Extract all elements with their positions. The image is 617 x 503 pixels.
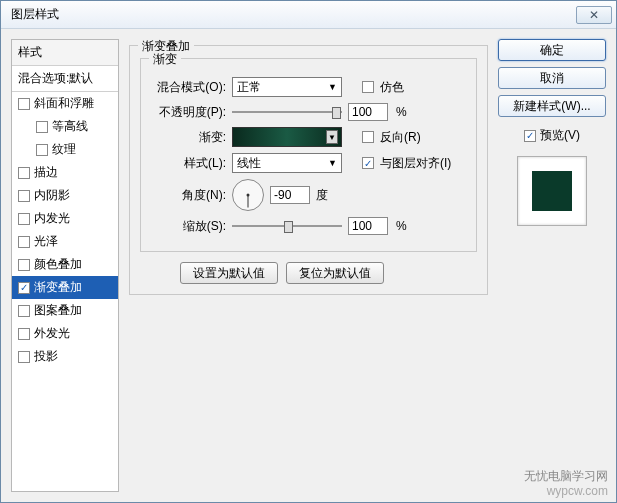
preview-row: ✓ 预览(V)	[498, 127, 606, 144]
align-checkbox[interactable]: ✓	[362, 157, 374, 169]
dither-checkbox[interactable]	[362, 81, 374, 93]
chevron-down-icon: ▼	[328, 158, 337, 168]
style-item[interactable]: 外发光	[12, 322, 118, 345]
style-item-label: 纹理	[52, 141, 76, 158]
cancel-button[interactable]: 取消	[498, 67, 606, 89]
dialog-body: 样式 混合选项:默认 斜面和浮雕等高线纹理描边内阴影内发光光泽颜色叠加✓渐变叠加…	[1, 29, 616, 502]
watermark: 无忧电脑学习网 wypcw.com	[524, 469, 608, 498]
preview-box	[517, 156, 587, 226]
dial-pointer	[248, 196, 249, 208]
style-item[interactable]: 投影	[12, 345, 118, 368]
chevron-down-icon: ▼	[328, 82, 337, 92]
dialog-title: 图层样式	[11, 6, 59, 23]
style-checkbox[interactable]	[18, 98, 30, 110]
blend-mode-label: 混合模式(O):	[151, 79, 226, 96]
style-item[interactable]: 描边	[12, 161, 118, 184]
default-buttons-row: 设置为默认值 复位为默认值	[180, 262, 477, 284]
close-icon: ✕	[589, 8, 599, 22]
style-item-label: 内发光	[34, 210, 70, 227]
preview-label: 预览(V)	[540, 127, 580, 144]
style-label: 样式(L):	[151, 155, 226, 172]
style-item[interactable]: 纹理	[12, 138, 118, 161]
style-checkbox[interactable]	[18, 190, 30, 202]
blending-options[interactable]: 混合选项:默认	[12, 66, 118, 92]
style-checkbox[interactable]	[18, 236, 30, 248]
style-checkbox[interactable]	[36, 121, 48, 133]
style-checkbox[interactable]	[18, 259, 30, 271]
angle-input[interactable]: -90	[270, 186, 310, 204]
percent-label: %	[396, 219, 407, 233]
options-panel: 渐变叠加 渐变 混合模式(O): 正常 ▼ 仿色 不透明度(	[129, 39, 488, 492]
dither-label: 仿色	[380, 79, 404, 96]
opacity-input[interactable]: 100	[348, 103, 388, 121]
style-checkbox[interactable]	[18, 328, 30, 340]
angle-unit: 度	[316, 187, 328, 204]
inner-title: 渐变	[149, 51, 181, 68]
reset-default-button[interactable]: 复位为默认值	[286, 262, 384, 284]
style-item[interactable]: 图案叠加	[12, 299, 118, 322]
style-item-label: 投影	[34, 348, 58, 365]
style-item[interactable]: 颜色叠加	[12, 253, 118, 276]
preview-swatch	[532, 171, 572, 211]
reverse-checkbox[interactable]	[362, 131, 374, 143]
style-checkbox[interactable]	[18, 351, 30, 363]
reverse-label: 反向(R)	[380, 129, 421, 146]
blend-mode-row: 混合模式(O): 正常 ▼ 仿色	[151, 77, 466, 97]
styles-header[interactable]: 样式	[12, 40, 118, 66]
titlebar: 图层样式 ✕	[1, 1, 616, 29]
style-item-label: 光泽	[34, 233, 58, 250]
new-style-button[interactable]: 新建样式(W)...	[498, 95, 606, 117]
layer-style-dialog: 图层样式 ✕ 样式 混合选项:默认 斜面和浮雕等高线纹理描边内阴影内发光光泽颜色…	[0, 0, 617, 503]
slider-thumb[interactable]	[332, 107, 341, 119]
angle-dial[interactable]	[232, 179, 264, 211]
slider-thumb[interactable]	[284, 221, 293, 233]
scale-input[interactable]: 100	[348, 217, 388, 235]
style-item[interactable]: 光泽	[12, 230, 118, 253]
opacity-label: 不透明度(P):	[151, 104, 226, 121]
style-checkbox[interactable]	[18, 305, 30, 317]
style-value: 线性	[237, 155, 261, 172]
blend-mode-value: 正常	[237, 79, 261, 96]
style-item[interactable]: 内发光	[12, 207, 118, 230]
chevron-down-icon[interactable]: ▼	[326, 130, 338, 144]
scale-label: 缩放(S):	[151, 218, 226, 235]
gradient-overlay-group: 渐变叠加 渐变 混合模式(O): 正常 ▼ 仿色 不透明度(	[129, 45, 488, 295]
style-item-label: 外发光	[34, 325, 70, 342]
style-item-label: 渐变叠加	[34, 279, 82, 296]
gradient-label: 渐变:	[151, 129, 226, 146]
style-item-label: 内阴影	[34, 187, 70, 204]
preview-checkbox[interactable]: ✓	[524, 130, 536, 142]
angle-row: 角度(N): -90 度	[151, 179, 466, 211]
style-list: 斜面和浮雕等高线纹理描边内阴影内发光光泽颜色叠加✓渐变叠加图案叠加外发光投影	[12, 92, 118, 368]
style-item-label: 图案叠加	[34, 302, 82, 319]
style-item[interactable]: 斜面和浮雕	[12, 92, 118, 115]
style-checkbox[interactable]: ✓	[18, 282, 30, 294]
close-button[interactable]: ✕	[576, 6, 612, 24]
style-item[interactable]: ✓渐变叠加	[12, 276, 118, 299]
percent-label: %	[396, 105, 407, 119]
blend-mode-select[interactable]: 正常 ▼	[232, 77, 342, 97]
gradient-row: 渐变: ▼ 反向(R)	[151, 127, 466, 147]
style-item-label: 描边	[34, 164, 58, 181]
style-item[interactable]: 等高线	[12, 115, 118, 138]
slider-track	[232, 111, 342, 113]
style-checkbox[interactable]	[18, 167, 30, 179]
make-default-button[interactable]: 设置为默认值	[180, 262, 278, 284]
gradient-inner-group: 渐变 混合模式(O): 正常 ▼ 仿色 不透明度(P):	[140, 58, 477, 252]
style-checkbox[interactable]	[36, 144, 48, 156]
style-item-label: 等高线	[52, 118, 88, 135]
scale-row: 缩放(S): 100 %	[151, 217, 466, 235]
style-checkbox[interactable]	[18, 213, 30, 225]
style-select[interactable]: 线性 ▼	[232, 153, 342, 173]
opacity-slider[interactable]	[232, 104, 342, 120]
styles-panel: 样式 混合选项:默认 斜面和浮雕等高线纹理描边内阴影内发光光泽颜色叠加✓渐变叠加…	[11, 39, 119, 492]
style-item-label: 斜面和浮雕	[34, 95, 94, 112]
gradient-picker[interactable]: ▼	[232, 127, 342, 147]
scale-slider[interactable]	[232, 218, 342, 234]
style-item[interactable]: 内阴影	[12, 184, 118, 207]
align-label: 与图层对齐(I)	[380, 155, 451, 172]
angle-label: 角度(N):	[151, 187, 226, 204]
style-item-label: 颜色叠加	[34, 256, 82, 273]
ok-button[interactable]: 确定	[498, 39, 606, 61]
style-row: 样式(L): 线性 ▼ ✓ 与图层对齐(I)	[151, 153, 466, 173]
